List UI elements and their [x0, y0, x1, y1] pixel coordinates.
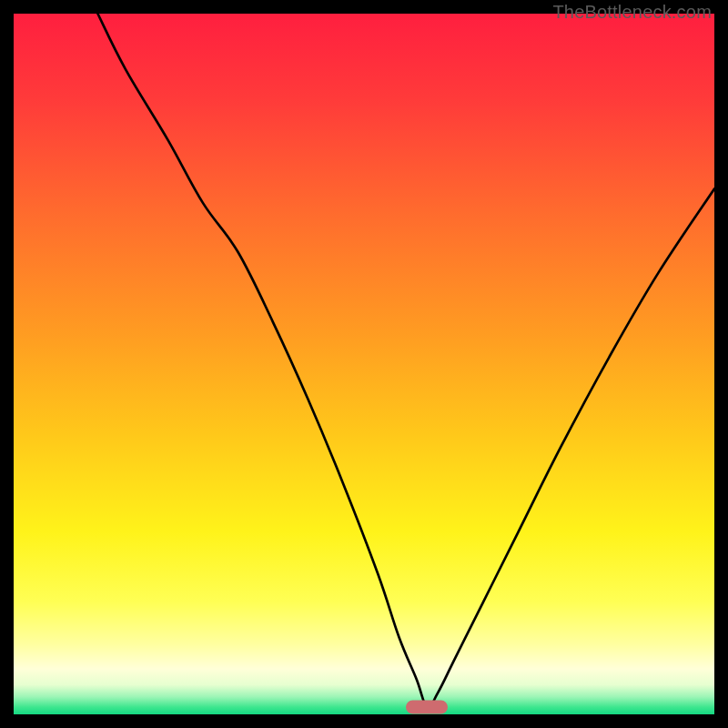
plot-area	[14, 14, 714, 714]
bottleneck-curve	[14, 14, 714, 714]
optimal-point-marker	[406, 701, 448, 714]
chart-canvas: TheBottleneck.com	[0, 0, 728, 728]
watermark-text: TheBottleneck.com	[552, 2, 712, 23]
